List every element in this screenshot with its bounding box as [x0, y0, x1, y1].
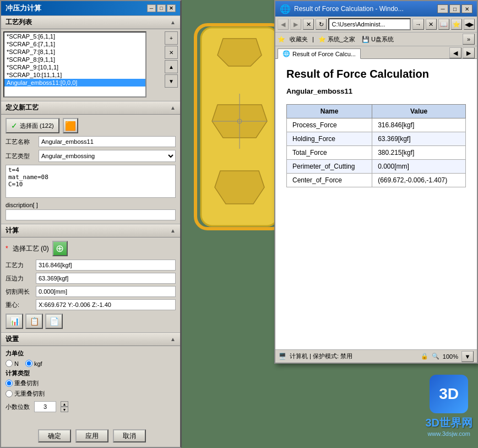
fav-divider: | [312, 36, 314, 42]
tools-btn-1[interactable]: 📖 [438, 19, 449, 30]
decimal-spin-up[interactable]: ▲ [61, 401, 68, 407]
tools-btn-3[interactable]: ◀▶ [464, 19, 475, 30]
tools-btn-2[interactable]: ⭐ [451, 19, 462, 30]
cancel-button[interactable]: 取消 [113, 429, 146, 442]
decimal-spin-buttons: ▲ ▼ [61, 401, 68, 412]
calc-type-label: 计算类型 [6, 369, 176, 377]
result-minimize-button[interactable]: ─ [437, 4, 448, 13]
holding-force-input[interactable] [36, 273, 176, 284]
tab-back-button[interactable]: ◀ [449, 47, 461, 58]
add-item-button[interactable]: + [165, 31, 178, 45]
table-cell-name: Process_Force [287, 118, 372, 132]
calc-section: * 选择工艺 (0) ⊕ 工艺力 压边力 切割周长 重心: 📊 📋 📄 [1, 238, 180, 332]
select-face-label: 选择面 (122) [20, 122, 54, 130]
table-cell-value: 0.000[mm] [372, 160, 466, 174]
forward-button[interactable]: ▶ [290, 19, 301, 30]
calc-type-overlap-label: 重叠切割 [14, 379, 39, 387]
process-list-arrow[interactable]: ▲ [170, 19, 176, 25]
result-restore-button[interactable]: □ [449, 4, 460, 13]
table-cell-value: (669.672,-0.006,-1.407) [372, 174, 466, 187]
refresh-button[interactable]: ↻ [316, 19, 327, 30]
calculate-arrow[interactable]: ▲ [170, 228, 176, 234]
status-text: 计算机 | 保护模式: 禁用 [290, 352, 352, 360]
watermark-brand: 3D世界网 [425, 415, 472, 430]
result-titlebar-left: 🌐 Result of Force Calculation - Windo... [280, 4, 404, 14]
apply-button[interactable]: 应用 [75, 429, 108, 442]
remove-item-button[interactable]: ✕ [165, 46, 178, 59]
decimal-spin-down[interactable]: ▼ [61, 407, 68, 412]
watermark-logo: 3D [430, 375, 468, 413]
back-button[interactable]: ◀ [278, 19, 289, 30]
favorites-item[interactable]: 收藏夹 [287, 35, 310, 44]
force-unit-n-radio[interactable] [6, 360, 13, 367]
process-list-item[interactable]: *SCRAP_6:[7,1,1] [4, 40, 145, 48]
force-unit-kgf-radio[interactable] [25, 360, 32, 367]
table-cell-value: 316.846[kgf] [372, 118, 466, 132]
system-home-icon: ⭐ [318, 36, 326, 43]
calc-type-overlap: 重叠切割 [6, 379, 39, 387]
process-list[interactable]: *SCRAP_5:[6,1,1]*SCRAP_6:[7,1,1]*SCRAP_7… [3, 31, 146, 98]
process-list-item[interactable]: *SCRAP_9:[10,1,1] [4, 63, 145, 71]
list-scroll-buttons: + ✕ ▲ ▼ [165, 31, 178, 88]
result-tab-label: Result of Force Calcu... [292, 51, 356, 57]
go-button[interactable]: → [412, 19, 423, 30]
params-textarea[interactable]: t=4 mat_name=08 C=10 [6, 165, 176, 198]
define-section: ✓ 选择面 (122) 🟧 工艺名称 工艺类型 Angular_embossin… [1, 115, 180, 224]
restore-button[interactable]: □ [157, 4, 166, 12]
process-type-select[interactable]: Angular_embossing [39, 150, 176, 162]
select-3d-button[interactable]: 🟧 [63, 118, 78, 133]
process-force-input[interactable] [36, 260, 176, 271]
table-row: Center_of_Force(669.672,-0.006,-1.407) [287, 174, 466, 187]
watermark-logo-text: 3D [439, 385, 459, 403]
process-name-row: 工艺名称 [6, 136, 176, 147]
confirm-button[interactable]: 确定 [38, 429, 71, 442]
scroll-up-button[interactable]: ▲ [165, 60, 178, 73]
usb-system-item[interactable]: 💾 U盘系统 [360, 35, 396, 44]
process-name-input[interactable] [39, 136, 176, 147]
select-face-button[interactable]: ✓ 选择面 (122) [6, 118, 59, 133]
process-list-item[interactable]: *SCRAP_5:[6,1,1] [4, 33, 145, 40]
minimize-button[interactable]: ─ [147, 4, 156, 12]
process-list-item[interactable]: *SCRAP_7:[8,1,1] [4, 48, 145, 56]
add-process-button[interactable]: ⊕ [52, 241, 68, 256]
result-titlebar: 🌐 Result of Force Calculation - Windo...… [275, 1, 477, 17]
calc-type-nooverlap: 无重叠切割 [6, 390, 45, 398]
process-list-item[interactable]: *SCRAP_10:[11,1,1] [4, 71, 145, 79]
favorites-expand-button[interactable]: » [463, 34, 475, 45]
settings-arrow[interactable]: ▲ [170, 336, 176, 342]
result-tab-0[interactable]: 🌐 Result of Force Calcu... [278, 48, 361, 59]
copy-button[interactable]: 📋 [25, 314, 43, 329]
process-force-label: 工艺力 [6, 261, 36, 269]
decimal-input[interactable] [34, 401, 56, 412]
zoom-level: 100% [443, 353, 458, 360]
calc-type-nooverlap-radio[interactable] [6, 390, 13, 397]
export-button[interactable]: 📄 [45, 314, 63, 329]
process-list-item[interactable]: Angular_emboss11:[0,0,0] [4, 79, 145, 87]
system-home-item[interactable]: ⭐ 系统_之家 [316, 35, 357, 44]
scroll-down-button[interactable]: ▼ [165, 74, 178, 88]
cutting-perimeter-input[interactable] [36, 286, 176, 297]
chart-button[interactable]: 📊 [6, 314, 23, 329]
zoom-expand-button[interactable]: ▼ [461, 351, 474, 362]
table-row: Perimeter_of_Cutting0.000[mm] [287, 160, 466, 174]
result-statusbar: 🖥️ 计算机 | 保护模式: 禁用 🔒 🔍 100% ▼ [275, 349, 477, 363]
close-button[interactable]: ✕ [167, 4, 176, 12]
result-close-button[interactable]: ✕ [461, 4, 472, 13]
process-list-item[interactable]: *SCRAP_8:[9,1,1] [4, 56, 145, 63]
address-bar[interactable] [328, 18, 411, 30]
force-unit-n-label: N [14, 360, 19, 367]
stop-button[interactable]: ✕ [303, 19, 314, 30]
tab-forward-button[interactable]: ▶ [463, 47, 475, 58]
required-star: * [6, 245, 8, 252]
define-process-arrow[interactable]: ▲ [170, 105, 176, 111]
action-buttons: 📊 📋 📄 [6, 314, 176, 329]
panel-title: 冲压力计算 [6, 3, 41, 13]
delete-button[interactable]: ✕ [426, 19, 437, 30]
table-cell-name: Total_Force [287, 146, 372, 160]
calc-type-overlap-radio[interactable] [6, 380, 13, 387]
description-input[interactable] [6, 209, 176, 220]
holding-force-row: 压边力 [6, 273, 176, 284]
center-gravity-input[interactable] [36, 299, 176, 310]
checkmark-icon: ✓ [11, 121, 18, 130]
table-row: Holding_Force63.369[kgf] [287, 132, 466, 146]
